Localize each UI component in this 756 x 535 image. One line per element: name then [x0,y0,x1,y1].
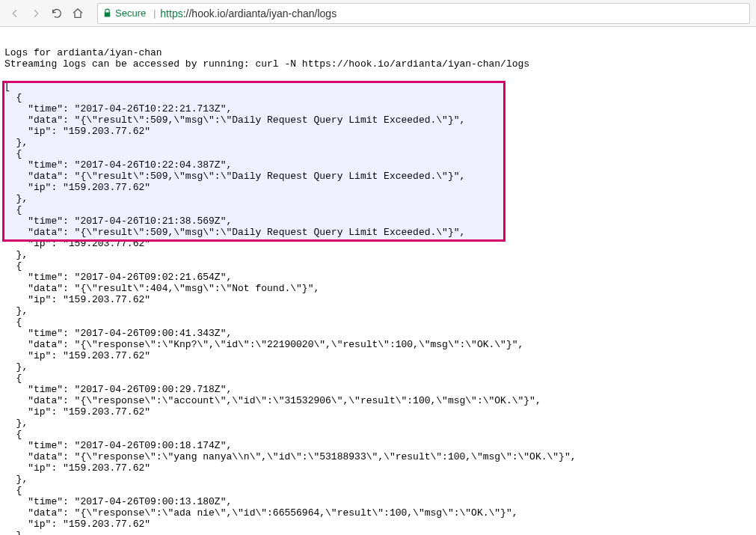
forward-button[interactable] [27,4,45,22]
back-button[interactable] [6,4,24,22]
reload-button[interactable] [48,4,66,22]
home-button[interactable] [69,4,87,22]
browser-toolbar: Secure | https://hook.io/ardianta/iyan-c… [0,0,756,27]
url-text: https://hook.io/ardianta/iyan-chan/logs [160,7,336,19]
lock-icon [102,8,112,18]
arrow-left-icon [9,7,21,19]
secure-indicator: Secure [102,7,146,19]
secure-label: Secure [115,7,146,19]
reload-icon [51,7,63,19]
url-scheme: https [160,7,182,19]
highlight-annotation [2,81,505,242]
url-path: ://hook.io/ardianta/iyan-chan/logs [183,7,336,19]
arrow-right-icon [30,7,42,19]
separator: | [153,8,156,19]
log-output: Logs for ardianta/iyan-chan Streaming lo… [0,37,756,535]
home-icon [72,7,84,19]
address-bar[interactable]: Secure | https://hook.io/ardianta/iyan-c… [97,3,750,24]
